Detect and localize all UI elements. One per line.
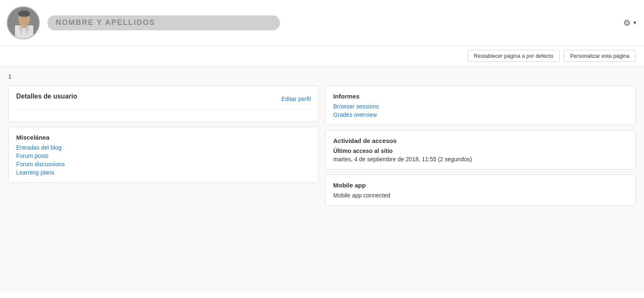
user-name: NOMBRE Y APELLIDOS <box>56 18 155 27</box>
toolbar: Restablecer página a por defecto Persona… <box>0 46 644 66</box>
main-content: 1 Detalles de usuario Editar perfil Misc… <box>0 66 644 292</box>
informes-link-list: Browser sessions Grades overview <box>333 103 628 118</box>
last-access-value: martes, 4 de septiembre de 2018, 11:55 (… <box>333 156 628 163</box>
last-access-label: Último acceso al sitio <box>333 148 628 154</box>
user-details-divider <box>16 109 311 110</box>
mobile-app-title: Mobile app <box>333 182 628 189</box>
customize-page-button[interactable]: Personalizar esta página <box>564 50 636 62</box>
access-activity-card: Actividad de accesos Último acceso al si… <box>325 130 636 170</box>
user-details-title: Detalles de usuario <box>16 93 77 100</box>
misc-link-list: Entradas del blog Forum posts Forum disc… <box>16 144 311 176</box>
svg-point-7 <box>20 16 28 25</box>
reset-page-button[interactable]: Restablecer página a por defecto <box>467 50 560 62</box>
informes-title: Informes <box>333 93 628 100</box>
learning-plans-link[interactable]: Learning plans <box>16 169 54 176</box>
svg-rect-6 <box>22 25 27 28</box>
left-column: Detalles de usuario Editar perfil Miscel… <box>8 86 319 183</box>
misc-card: Miscelánea Entradas del blog Forum posts… <box>8 127 319 183</box>
avatar-image <box>7 7 40 39</box>
columns-layout: Detalles de usuario Editar perfil Miscel… <box>8 86 636 206</box>
header-actions: ⚙ ▼ <box>623 18 637 28</box>
name-bar: NOMBRE Y APELLIDOS <box>47 15 280 30</box>
forum-posts-link[interactable]: Forum posts <box>16 153 49 159</box>
edit-profile-link[interactable]: Editar perfil <box>281 96 311 102</box>
list-item: Forum posts <box>16 153 311 159</box>
access-activity-title: Actividad de accesos <box>333 137 628 144</box>
list-item: Learning plans <box>16 169 311 176</box>
informes-card: Informes Browser sessions Grades overvie… <box>325 86 636 125</box>
misc-title: Miscelánea <box>16 134 311 141</box>
gear-icon[interactable]: ⚙ <box>623 18 631 28</box>
dropdown-arrow-icon[interactable]: ▼ <box>632 20 637 26</box>
user-details-header: Detalles de usuario Editar perfil <box>16 93 311 105</box>
browser-sessions-link[interactable]: Browser sessions <box>333 103 379 110</box>
mobile-app-card: Mobile app Mobile app connected <box>325 175 636 206</box>
list-item: Entradas del blog <box>16 144 311 151</box>
list-item: Forum discussions <box>16 161 311 167</box>
page-number: 1 <box>8 73 636 80</box>
list-item: Grades overview <box>333 111 628 118</box>
user-details-card: Detalles de usuario Editar perfil <box>8 86 319 122</box>
page-header: NOMBRE Y APELLIDOS ⚙ ▼ <box>0 0 644 46</box>
grades-overview-link[interactable]: Grades overview <box>333 111 377 118</box>
blog-entries-link[interactable]: Entradas del blog <box>16 144 61 151</box>
mobile-app-status: Mobile app connected <box>333 192 628 199</box>
list-item: Browser sessions <box>333 103 628 110</box>
forum-discussions-link[interactable]: Forum discussions <box>16 161 65 167</box>
avatar <box>7 6 40 39</box>
right-column: Informes Browser sessions Grades overvie… <box>325 86 636 206</box>
